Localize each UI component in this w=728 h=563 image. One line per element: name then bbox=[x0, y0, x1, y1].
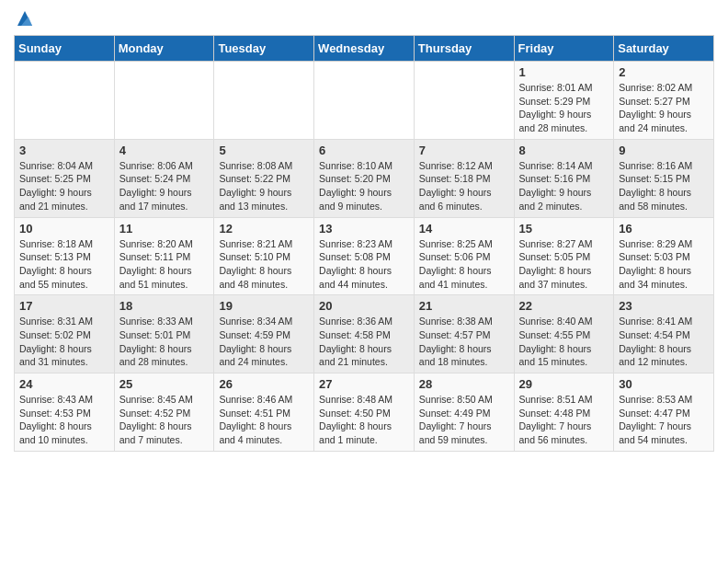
day-info: Sunrise: 8:01 AM Sunset: 5:29 PM Dayligh… bbox=[519, 81, 609, 135]
day-info: Sunrise: 8:33 AM Sunset: 5:01 PM Dayligh… bbox=[119, 315, 210, 369]
day-number: 26 bbox=[219, 377, 309, 391]
day-info: Sunrise: 8:14 AM Sunset: 5:16 PM Dayligh… bbox=[519, 159, 609, 213]
calendar-cell: 15Sunrise: 8:27 AM Sunset: 5:05 PM Dayli… bbox=[514, 217, 614, 295]
calendar-cell bbox=[15, 62, 115, 140]
calendar-week-2: 3Sunrise: 8:04 AM Sunset: 5:25 PM Daylig… bbox=[15, 139, 714, 217]
day-number: 30 bbox=[619, 377, 709, 391]
day-number: 21 bbox=[419, 299, 509, 313]
day-info: Sunrise: 8:02 AM Sunset: 5:27 PM Dayligh… bbox=[619, 81, 709, 135]
calendar-cell: 27Sunrise: 8:48 AM Sunset: 4:50 PM Dayli… bbox=[314, 373, 415, 452]
day-number: 19 bbox=[219, 299, 309, 313]
calendar-cell bbox=[414, 62, 514, 140]
calendar-cell: 11Sunrise: 8:20 AM Sunset: 5:11 PM Dayli… bbox=[114, 217, 214, 295]
calendar-table: SundayMondayTuesdayWednesdayThursdayFrid… bbox=[14, 35, 714, 452]
calendar-cell: 2Sunrise: 8:02 AM Sunset: 5:27 PM Daylig… bbox=[614, 62, 714, 140]
day-info: Sunrise: 8:43 AM Sunset: 4:53 PM Dayligh… bbox=[19, 393, 109, 447]
day-number: 24 bbox=[19, 377, 109, 391]
calendar-cell: 16Sunrise: 8:29 AM Sunset: 5:03 PM Dayli… bbox=[614, 217, 714, 295]
page-header bbox=[14, 9, 714, 28]
calendar-cell bbox=[114, 62, 214, 140]
calendar-cell: 22Sunrise: 8:40 AM Sunset: 4:55 PM Dayli… bbox=[514, 295, 614, 373]
logo-icon bbox=[16, 9, 34, 28]
day-info: Sunrise: 8:34 AM Sunset: 4:59 PM Dayligh… bbox=[219, 315, 309, 369]
day-number: 29 bbox=[519, 377, 609, 391]
calendar-cell: 10Sunrise: 8:18 AM Sunset: 5:13 PM Dayli… bbox=[15, 217, 115, 295]
day-info: Sunrise: 8:50 AM Sunset: 4:49 PM Dayligh… bbox=[419, 393, 509, 447]
day-number: 16 bbox=[619, 222, 709, 236]
day-number: 8 bbox=[519, 144, 609, 157]
day-info: Sunrise: 8:12 AM Sunset: 5:18 PM Dayligh… bbox=[419, 159, 509, 213]
calendar-cell: 9Sunrise: 8:16 AM Sunset: 5:15 PM Daylig… bbox=[614, 139, 714, 217]
calendar-cell: 17Sunrise: 8:31 AM Sunset: 5:02 PM Dayli… bbox=[15, 295, 115, 373]
day-info: Sunrise: 8:27 AM Sunset: 5:05 PM Dayligh… bbox=[519, 237, 609, 292]
calendar-cell: 7Sunrise: 8:12 AM Sunset: 5:18 PM Daylig… bbox=[414, 139, 514, 217]
calendar-week-1: 1Sunrise: 8:01 AM Sunset: 5:29 PM Daylig… bbox=[15, 62, 714, 140]
day-number: 14 bbox=[419, 222, 509, 236]
day-number: 13 bbox=[319, 222, 409, 236]
calendar-week-5: 24Sunrise: 8:43 AM Sunset: 4:53 PM Dayli… bbox=[15, 373, 714, 452]
calendar-cell: 28Sunrise: 8:50 AM Sunset: 4:49 PM Dayli… bbox=[414, 373, 514, 452]
calendar-cell: 24Sunrise: 8:43 AM Sunset: 4:53 PM Dayli… bbox=[15, 373, 115, 452]
calendar-cell: 20Sunrise: 8:36 AM Sunset: 4:58 PM Dayli… bbox=[314, 295, 415, 373]
header-wednesday: Wednesday bbox=[314, 36, 415, 62]
calendar-cell: 18Sunrise: 8:33 AM Sunset: 5:01 PM Dayli… bbox=[114, 295, 214, 373]
day-number: 28 bbox=[419, 377, 509, 391]
day-info: Sunrise: 8:41 AM Sunset: 4:54 PM Dayligh… bbox=[619, 315, 709, 369]
day-number: 17 bbox=[19, 299, 109, 313]
calendar-header-row: SundayMondayTuesdayWednesdayThursdayFrid… bbox=[15, 36, 714, 62]
day-number: 23 bbox=[619, 299, 709, 313]
calendar-week-4: 17Sunrise: 8:31 AM Sunset: 5:02 PM Dayli… bbox=[15, 295, 714, 373]
calendar-cell: 1Sunrise: 8:01 AM Sunset: 5:29 PM Daylig… bbox=[514, 62, 614, 140]
day-info: Sunrise: 8:51 AM Sunset: 4:48 PM Dayligh… bbox=[519, 393, 609, 447]
calendar-cell: 30Sunrise: 8:53 AM Sunset: 4:47 PM Dayli… bbox=[614, 373, 714, 452]
calendar-cell: 29Sunrise: 8:51 AM Sunset: 4:48 PM Dayli… bbox=[514, 373, 614, 452]
calendar-cell: 6Sunrise: 8:10 AM Sunset: 5:20 PM Daylig… bbox=[314, 139, 415, 217]
day-info: Sunrise: 8:29 AM Sunset: 5:03 PM Dayligh… bbox=[619, 237, 709, 292]
calendar-cell: 26Sunrise: 8:46 AM Sunset: 4:51 PM Dayli… bbox=[214, 373, 314, 452]
day-number: 25 bbox=[119, 377, 210, 391]
day-info: Sunrise: 8:16 AM Sunset: 5:15 PM Dayligh… bbox=[619, 159, 709, 213]
day-info: Sunrise: 8:53 AM Sunset: 4:47 PM Dayligh… bbox=[619, 393, 709, 447]
day-number: 10 bbox=[19, 222, 109, 236]
calendar-cell bbox=[314, 62, 415, 140]
day-number: 4 bbox=[119, 144, 210, 157]
day-info: Sunrise: 8:40 AM Sunset: 4:55 PM Dayligh… bbox=[519, 315, 609, 369]
header-tuesday: Tuesday bbox=[214, 36, 314, 62]
day-info: Sunrise: 8:04 AM Sunset: 5:25 PM Dayligh… bbox=[19, 159, 109, 213]
day-number: 27 bbox=[319, 377, 409, 391]
day-number: 7 bbox=[419, 144, 509, 157]
day-number: 9 bbox=[619, 144, 709, 157]
day-info: Sunrise: 8:45 AM Sunset: 4:52 PM Dayligh… bbox=[119, 393, 210, 447]
calendar-cell: 8Sunrise: 8:14 AM Sunset: 5:16 PM Daylig… bbox=[514, 139, 614, 217]
day-number: 18 bbox=[119, 299, 210, 313]
day-number: 22 bbox=[519, 299, 609, 313]
calendar-cell: 14Sunrise: 8:25 AM Sunset: 5:06 PM Dayli… bbox=[414, 217, 514, 295]
day-info: Sunrise: 8:23 AM Sunset: 5:08 PM Dayligh… bbox=[319, 237, 409, 292]
day-number: 3 bbox=[19, 144, 109, 157]
page-container: SundayMondayTuesdayWednesdayThursdayFrid… bbox=[0, 0, 728, 461]
day-info: Sunrise: 8:48 AM Sunset: 4:50 PM Dayligh… bbox=[319, 393, 409, 447]
calendar-cell: 23Sunrise: 8:41 AM Sunset: 4:54 PM Dayli… bbox=[614, 295, 714, 373]
day-info: Sunrise: 8:38 AM Sunset: 4:57 PM Dayligh… bbox=[419, 315, 509, 369]
header-thursday: Thursday bbox=[414, 36, 514, 62]
day-info: Sunrise: 8:08 AM Sunset: 5:22 PM Dayligh… bbox=[219, 159, 309, 213]
day-number: 12 bbox=[219, 222, 309, 236]
header-monday: Monday bbox=[114, 36, 214, 62]
day-info: Sunrise: 8:20 AM Sunset: 5:11 PM Dayligh… bbox=[119, 237, 210, 292]
day-number: 11 bbox=[119, 222, 210, 236]
day-info: Sunrise: 8:25 AM Sunset: 5:06 PM Dayligh… bbox=[419, 237, 509, 292]
calendar-cell: 13Sunrise: 8:23 AM Sunset: 5:08 PM Dayli… bbox=[314, 217, 415, 295]
day-info: Sunrise: 8:36 AM Sunset: 4:58 PM Dayligh… bbox=[319, 315, 409, 369]
day-number: 20 bbox=[319, 299, 409, 313]
calendar-cell: 5Sunrise: 8:08 AM Sunset: 5:22 PM Daylig… bbox=[214, 139, 314, 217]
day-info: Sunrise: 8:31 AM Sunset: 5:02 PM Dayligh… bbox=[19, 315, 109, 369]
day-info: Sunrise: 8:46 AM Sunset: 4:51 PM Dayligh… bbox=[219, 393, 309, 447]
calendar-cell: 25Sunrise: 8:45 AM Sunset: 4:52 PM Dayli… bbox=[114, 373, 214, 452]
calendar-cell: 12Sunrise: 8:21 AM Sunset: 5:10 PM Dayli… bbox=[214, 217, 314, 295]
header-friday: Friday bbox=[514, 36, 614, 62]
calendar-cell bbox=[214, 62, 314, 140]
day-number: 5 bbox=[219, 144, 309, 157]
calendar-cell: 21Sunrise: 8:38 AM Sunset: 4:57 PM Dayli… bbox=[414, 295, 514, 373]
day-info: Sunrise: 8:18 AM Sunset: 5:13 PM Dayligh… bbox=[19, 237, 109, 292]
day-number: 15 bbox=[519, 222, 609, 236]
